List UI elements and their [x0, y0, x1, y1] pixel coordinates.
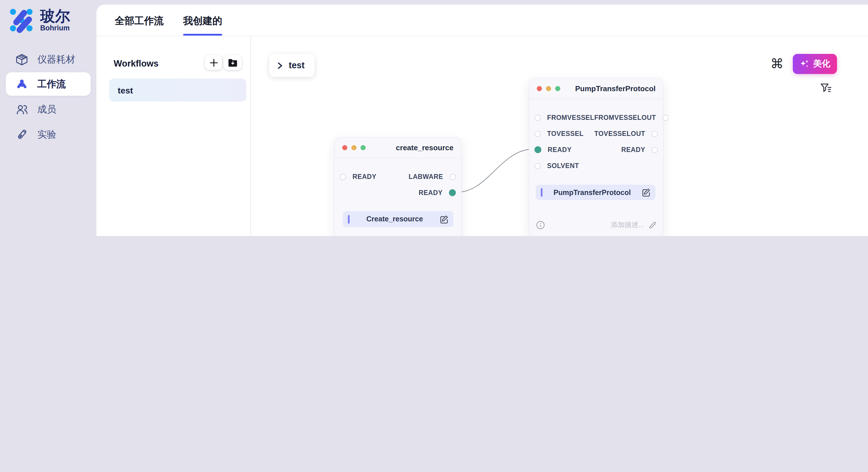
output-port-ready[interactable]: [652, 146, 658, 153]
brand-logo: 玻尔 Bohrium: [8, 7, 70, 33]
members-icon: [16, 103, 28, 115]
import-folder-button[interactable]: [223, 55, 242, 70]
workflow-tabs: 全部工作流 我创建的: [96, 5, 868, 36]
sidebar-item-label: 仪器耗材: [37, 53, 75, 66]
port-row: READY: [335, 186, 461, 200]
edit-icon[interactable]: [440, 215, 448, 224]
workflow-icon: [16, 78, 28, 90]
edit-icon[interactable]: [642, 188, 650, 197]
beautify-button[interactable]: 美化: [793, 54, 837, 74]
port-row: READY LABWARE: [335, 170, 461, 183]
info-icon[interactable]: [536, 221, 545, 229]
output-port-labware[interactable]: [450, 173, 456, 180]
port-row: SOLVENT: [529, 159, 663, 173]
pencil-icon[interactable]: [649, 221, 656, 229]
node-title: PumpTransferProtocol: [575, 84, 656, 93]
beautify-label: 美化: [813, 59, 830, 69]
node-action-button[interactable]: Create_resource: [343, 211, 454, 227]
brand-name-en: Bohrium: [40, 24, 70, 32]
workflow-list-item-test[interactable]: test: [109, 78, 246, 102]
input-port-tovessel[interactable]: [534, 131, 541, 137]
filter-icon[interactable]: [820, 82, 832, 95]
box-icon: [16, 53, 28, 66]
sidebar: 玻尔 Bohrium 仪器耗材: [0, 0, 96, 236]
input-port-fromvessel[interactable]: [534, 114, 541, 121]
command-icon[interactable]: ⌘: [770, 54, 784, 73]
input-port-ready[interactable]: [340, 173, 346, 180]
traffic-dots-icon: [537, 86, 560, 91]
node-create-resource[interactable]: create_resource READY LABWARE READY: [334, 137, 462, 236]
plus-icon: [209, 58, 218, 67]
node-action-button[interactable]: PumpTransferProtocol: [536, 185, 656, 200]
breadcrumb-label: test: [289, 60, 305, 71]
main-panel: 全部工作流 我创建的 Workflows: [96, 5, 868, 236]
experiment-icon: [16, 128, 28, 141]
bohrium-logo-icon: [8, 7, 34, 33]
breadcrumb[interactable]: test: [269, 54, 315, 77]
chevron-right-icon: [277, 62, 283, 69]
sidebar-item-label: 实验: [37, 128, 56, 141]
sidebar-item-label: 成员: [37, 103, 56, 115]
node-header: PumpTransferProtocol: [529, 78, 663, 99]
active-tab-underline: [183, 34, 222, 36]
traffic-dots-icon: [342, 145, 366, 150]
sidebar-item-experiments[interactable]: 实验: [6, 123, 91, 146]
node-footer: 添加描述...: [536, 220, 656, 230]
node-pump-transfer-protocol[interactable]: PumpTransferProtocol FROMVESSEL FROMVESS…: [529, 78, 663, 236]
output-port-fromvesselout[interactable]: [662, 114, 669, 121]
folder-download-icon: [228, 58, 237, 67]
input-port-ready[interactable]: [534, 146, 541, 153]
input-port-solvent[interactable]: [534, 163, 541, 169]
node-header: create_resource: [335, 138, 461, 158]
sidebar-item-members[interactable]: 成员: [6, 98, 91, 121]
panel-title: Workflows: [114, 59, 158, 69]
output-port-tovesselout[interactable]: [652, 131, 658, 137]
add-workflow-button[interactable]: [205, 55, 222, 70]
tab-all-workflows[interactable]: 全部工作流: [115, 14, 164, 36]
sparkles-icon: [799, 59, 809, 69]
sidebar-item-workflow[interactable]: 工作流: [6, 72, 91, 96]
node-title: create_resource: [396, 143, 454, 152]
port-row: READY READY: [529, 143, 663, 157]
port-row: TOVESSEL TOVESSELOUT: [529, 127, 663, 140]
tab-created-by-me[interactable]: 我创建的: [183, 14, 222, 36]
port-row: FROMVESSEL FROMVESSELOUT: [529, 111, 663, 125]
app-window: 玻尔 Bohrium 仪器耗材: [0, 0, 868, 236]
flow-canvas[interactable]: test ⌘ 美化: [251, 36, 868, 236]
brand-name-cn: 玻尔: [40, 8, 70, 24]
workflow-list-panel: Workflows test: [96, 36, 251, 236]
sidebar-item-label: 工作流: [37, 78, 66, 90]
description-placeholder[interactable]: 添加描述...: [611, 220, 644, 230]
sidebar-item-instruments[interactable]: 仪器耗材: [6, 47, 91, 71]
output-port-ready[interactable]: [449, 189, 456, 196]
